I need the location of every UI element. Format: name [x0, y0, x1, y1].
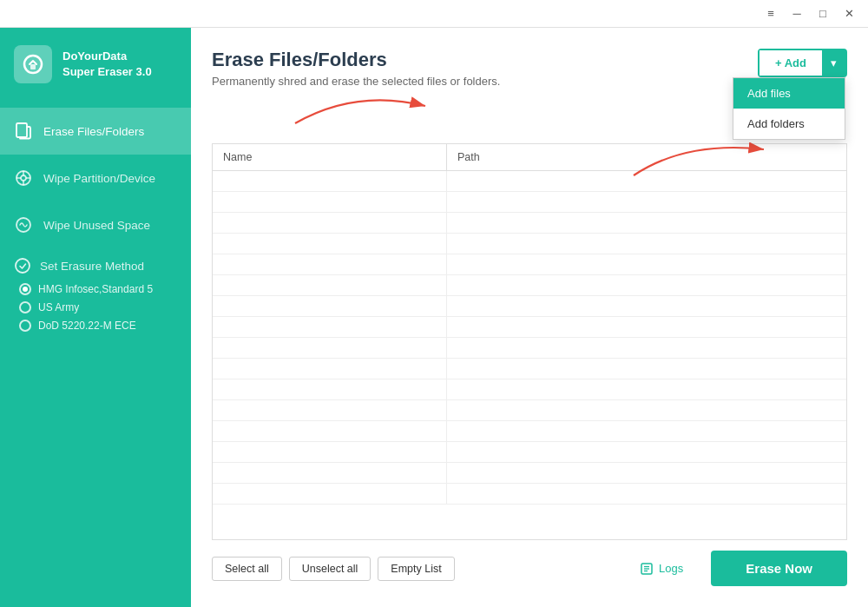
bottom-bar: Select all Unselect all Empty List Logs	[212, 540, 847, 593]
radio-dod[interactable]	[19, 320, 31, 332]
dropdown-chevron-icon: ▾	[831, 56, 837, 69]
add-folders-option[interactable]: Add folders	[733, 109, 845, 139]
window-controls: ≡ ─ □ ✕	[759, 3, 861, 24]
logs-label: Logs	[659, 562, 683, 575]
erasure-option-usarmy[interactable]: US Army	[19, 301, 177, 313]
app-logo: DoYourData Super Eraser 3.0	[0, 28, 191, 104]
table-row	[213, 254, 846, 275]
table-row	[213, 171, 846, 192]
empty-list-button[interactable]: Empty List	[378, 557, 454, 581]
sidebar-item-wipe-partition-label: Wipe Partition/Device	[43, 172, 155, 185]
nav-section: Erase Files/Folders Wipe Partition/Devic…	[0, 108, 191, 248]
logs-button[interactable]: Logs	[640, 562, 683, 576]
title-bar: ≡ ─ □ ✕	[0, 0, 868, 28]
app-logo-icon	[14, 45, 52, 83]
maximize-button[interactable]: □	[811, 3, 835, 24]
table-body	[213, 171, 846, 538]
close-button[interactable]: ✕	[837, 3, 861, 24]
erasure-section: Set Erasure Method HMG Infosec,Standard …	[0, 248, 191, 345]
add-dropdown: Add files Add folders	[733, 77, 845, 140]
table-row	[213, 234, 846, 254]
sidebar-item-wipe-partition[interactable]: Wipe Partition/Device	[0, 155, 191, 201]
sidebar-item-erase-files[interactable]: Erase Files/Folders	[0, 108, 191, 155]
table-row	[213, 421, 846, 442]
add-button[interactable]: + Add	[760, 50, 822, 76]
table-row	[213, 213, 846, 234]
app-window: ≡ ─ □ ✕ DoYourData Super Eraser 3.0	[0, 0, 868, 607]
table-header: Name Path	[213, 144, 846, 171]
sidebar-item-wipe-unused[interactable]: Wipe Unused Space	[0, 201, 191, 248]
radio-hmg[interactable]	[19, 283, 31, 295]
table-row	[213, 442, 846, 463]
col-header-path: Path	[447, 144, 846, 170]
table-row	[213, 317, 846, 338]
select-all-button[interactable]: Select all	[212, 557, 282, 581]
main-layout: DoYourData Super Eraser 3.0 Erase Files/…	[0, 28, 868, 607]
erase-now-button[interactable]: Erase Now	[711, 551, 847, 586]
unselect-all-button[interactable]: Unselect all	[289, 557, 372, 581]
add-files-option[interactable]: Add files	[733, 78, 845, 109]
table-row	[213, 275, 846, 296]
table-row	[213, 192, 846, 213]
radio-usarmy[interactable]	[19, 301, 31, 313]
add-button-label: + Add	[775, 56, 806, 69]
table-row	[213, 296, 846, 317]
table-row	[213, 400, 846, 421]
sidebar: DoYourData Super Eraser 3.0 Erase Files/…	[0, 28, 191, 607]
svg-point-10	[16, 259, 30, 273]
menu-button[interactable]: ≡	[759, 3, 783, 24]
bottom-right-controls: Logs Erase Now	[640, 551, 847, 586]
minimize-button[interactable]: ─	[785, 3, 809, 24]
erasure-option-hmg-label: HMG Infosec,Standard 5	[38, 283, 153, 295]
erasure-option-usarmy-label: US Army	[38, 301, 79, 313]
table-row	[213, 359, 846, 379]
erasure-section-title: Set Erasure Method	[14, 257, 177, 274]
table-row	[213, 338, 846, 359]
erasure-option-dod-label: DoD 5220.22-M ECE	[38, 320, 136, 332]
erasure-option-dod[interactable]: DoD 5220.22-M ECE	[19, 320, 177, 332]
app-name: DoYourData Super Eraser 3.0	[62, 49, 152, 80]
radio-hmg-inner	[23, 287, 28, 292]
erasure-option-hmg[interactable]: HMG Infosec,Standard 5	[19, 283, 177, 295]
bottom-left-controls: Select all Unselect all Empty List	[212, 557, 455, 581]
svg-rect-1	[30, 64, 36, 69]
svg-rect-2	[16, 123, 27, 137]
col-header-name: Name	[213, 144, 447, 170]
add-button-group: + Add ▾ Add files Add folders	[758, 49, 847, 77]
add-dropdown-arrow[interactable]: ▾	[822, 50, 845, 76]
file-table: Name Path	[212, 143, 847, 540]
page-title: Erase Files/Folders	[212, 49, 847, 71]
sidebar-item-erase-files-label: Erase Files/Folders	[43, 125, 144, 138]
toolbar: + Add ▾ Add files Add folders	[758, 49, 847, 77]
svg-point-4	[21, 175, 26, 181]
table-row	[213, 379, 846, 400]
content-area: Erase Files/Folders Permanently shred an…	[191, 28, 868, 607]
table-row	[213, 463, 846, 484]
table-row	[213, 484, 846, 505]
sidebar-item-wipe-unused-label: Wipe Unused Space	[43, 219, 150, 232]
erasure-options: HMG Infosec,Standard 5 US Army DoD 5220.…	[14, 283, 177, 332]
